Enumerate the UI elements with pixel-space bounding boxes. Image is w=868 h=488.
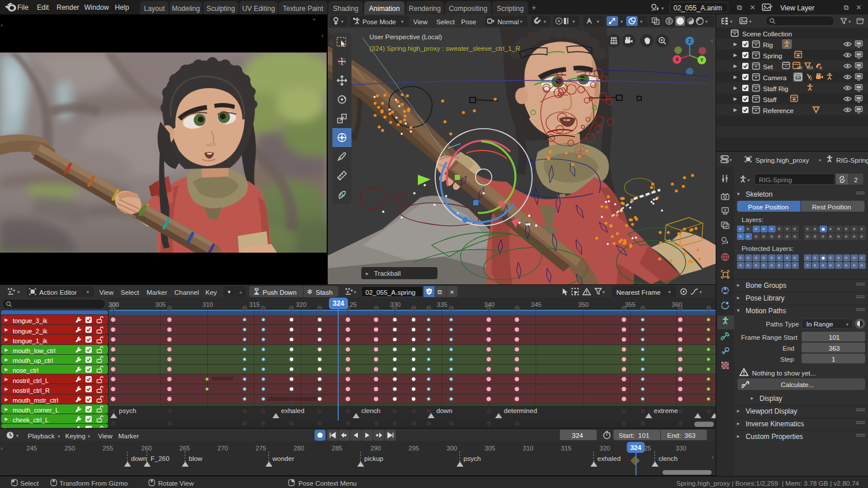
svg-text:X: X	[675, 57, 679, 62]
svg-text:Y: Y	[700, 57, 704, 63]
svg-text:Z: Z	[688, 38, 691, 44]
